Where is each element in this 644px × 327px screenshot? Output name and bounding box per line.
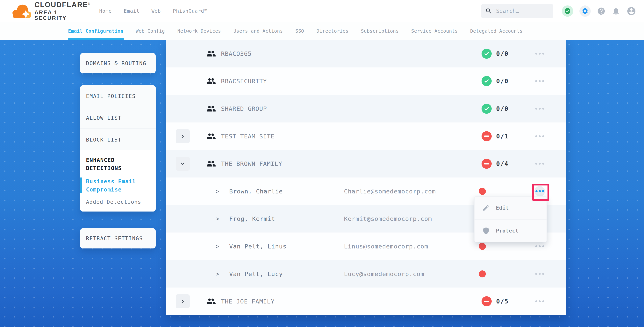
- cloudflare-logo[interactable]: CLOUDFLARE® AREA 1 SECURITY: [11, 1, 88, 21]
- member-chevron-icon: >: [216, 216, 219, 222]
- ellipsis-menu-button[interactable]: [532, 156, 547, 171]
- ellipsis-menu-button[interactable]: [532, 101, 547, 116]
- group-row: RBACO3650/0: [166, 40, 566, 67]
- group-name: RBACSECURITY: [221, 78, 267, 85]
- sidebar-item-label: RETRACT SETTINGS: [86, 235, 143, 242]
- search-icon: [485, 7, 492, 14]
- group-table: RBACO3650/0RBACSECURITY0/0SHARED_GROUP0/…: [166, 40, 566, 315]
- chevron-right-icon: [180, 299, 186, 304]
- sidebar-item-email-policies[interactable]: EMAIL POLICIES: [80, 85, 156, 107]
- brand-name: CLOUDFLARE®: [34, 1, 90, 9]
- group-row: TEST TEAM SITE0/1: [166, 122, 566, 150]
- ellipsis-menu-button[interactable]: [532, 294, 547, 309]
- sidebar-item-business-email-compromise[interactable]: Business Email Compromise: [86, 178, 150, 194]
- help-icon[interactable]: [597, 7, 606, 15]
- top-header: CLOUDFLARE® AREA 1 SECURITY HomeEmailWeb…: [0, 0, 644, 22]
- nav-item-phishguard[interactable]: PhishGuard™: [173, 8, 208, 14]
- sidebar-item-added-detections[interactable]: Added Detections: [86, 199, 150, 205]
- tab-directories[interactable]: Directories: [316, 22, 348, 40]
- section-tabs: Email ConfigurationWeb ConfigNetwork Dev…: [0, 22, 644, 40]
- people-icon: [206, 131, 216, 141]
- expander-button[interactable]: [176, 294, 190, 308]
- menu-item-protect[interactable]: Protect: [474, 220, 546, 242]
- ellipsis-menu-button[interactable]: [532, 129, 547, 144]
- sidebar-item-block-list[interactable]: BLOCK LIST: [80, 129, 156, 150]
- expander-button[interactable]: [176, 157, 190, 171]
- group-row: THE BROWN FAMILY0/4: [166, 150, 566, 178]
- ellipsis-menu-button[interactable]: [532, 73, 547, 89]
- protection-count: 0/0: [496, 77, 508, 85]
- active-item-indicator: [80, 178, 82, 193]
- group-row: RBACSECURITY0/0: [166, 67, 566, 95]
- cloudflare-cloud-icon: [11, 3, 32, 19]
- member-email: Lucy@somedemocorp.com: [344, 271, 424, 278]
- sidebar-item-enhanced-detections[interactable]: ENHANCED DETECTIONS: [86, 156, 150, 172]
- status-ok-icon: [482, 76, 492, 86]
- settings-gear-icon[interactable]: [580, 5, 591, 17]
- status-blocked-icon: [482, 296, 492, 307]
- tab-delegated-accounts[interactable]: Delegated Accounts: [470, 22, 522, 40]
- ellipsis-menu-button[interactable]: [532, 46, 547, 61]
- top-nav: HomeEmailWebPhishGuard™: [99, 8, 207, 14]
- search-input[interactable]: [496, 7, 549, 14]
- protection-count: 0/4: [496, 160, 508, 167]
- shield-icon: [482, 227, 490, 235]
- member-chevron-icon: >: [216, 188, 219, 194]
- tab-network-devices[interactable]: Network Devices: [178, 22, 221, 40]
- protection-count: 0/0: [496, 105, 508, 112]
- protection-count: 0/5: [496, 298, 508, 305]
- tab-email-configuration[interactable]: Email Configuration: [68, 22, 123, 40]
- status-unprotected-dot: [479, 188, 486, 195]
- status-ok-icon: [482, 104, 492, 114]
- member-row: >Van Pelt, LucyLucy@somedemocorp.com: [166, 260, 566, 288]
- member-email: Linus@somedemocorp.com: [344, 243, 428, 250]
- tab-users-and-actions[interactable]: Users and Actions: [234, 22, 283, 40]
- header-icons: [562, 5, 636, 17]
- status-unprotected-dot: [479, 271, 486, 278]
- menu-item-label: Protect: [496, 228, 519, 234]
- nav-item-email[interactable]: Email: [124, 8, 139, 14]
- expander-button[interactable]: [176, 129, 190, 143]
- sidebar-item-allow-list[interactable]: ALLOW LIST: [80, 107, 156, 128]
- click-target-highlight: [532, 184, 549, 201]
- people-icon: [206, 49, 216, 58]
- member-email: Charlie@somedemocorp.com: [344, 188, 436, 195]
- status-ok-icon: [482, 49, 492, 59]
- tab-service-accounts[interactable]: Service Accounts: [411, 22, 458, 40]
- group-row: THE JOE FAMILY0/5: [166, 288, 566, 315]
- member-chevron-icon: >: [216, 243, 219, 249]
- notifications-bell-icon[interactable]: [612, 7, 620, 15]
- member-name: Brown, Charlie: [229, 188, 283, 195]
- nav-item-home[interactable]: Home: [99, 8, 112, 14]
- tab-sso[interactable]: SSO: [295, 22, 304, 40]
- sidebar-card-retract-settings[interactable]: RETRACT SETTINGS: [80, 228, 156, 249]
- member-name: Van Pelt, Lucy: [229, 271, 283, 278]
- protection-count: 0/1: [496, 133, 508, 140]
- group-name: THE BROWN FAMILY: [221, 160, 282, 167]
- people-icon: [206, 297, 216, 306]
- area1-security-app: CLOUDFLARE® AREA 1 SECURITY HomeEmailWeb…: [0, 0, 644, 327]
- sidebar-card-policies: EMAIL POLICIES ALLOW LIST BLOCK LIST ENH…: [80, 85, 156, 212]
- shield-check-icon[interactable]: [562, 5, 573, 17]
- group-name: SHARED_GROUP: [221, 105, 267, 112]
- people-icon: [206, 104, 216, 113]
- people-icon: [206, 76, 216, 86]
- sidebar-card-domains-routing[interactable]: DOMAINS & ROUTING: [80, 53, 156, 73]
- nav-item-web[interactable]: Web: [151, 8, 161, 14]
- row-context-menu: Edit Protect: [474, 196, 547, 242]
- tab-web-config[interactable]: Web Config: [136, 22, 165, 40]
- chevron-right-icon: [180, 133, 186, 139]
- user-avatar-icon[interactable]: [626, 6, 636, 16]
- tab-subscriptions[interactable]: Subscriptions: [361, 22, 399, 40]
- chevron-down-icon: [180, 161, 186, 167]
- status-blocked-icon: [482, 131, 492, 141]
- content-area: DOMAINS & ROUTING EMAIL POLICIES ALLOW L…: [0, 40, 644, 327]
- sidebar-item-label: Business Email Compromise: [86, 178, 136, 193]
- member-name: Van Pelt, Linus: [229, 243, 286, 250]
- sidebar-enhanced-detections-section: ENHANCED DETECTIONS Business Email Compr…: [80, 150, 156, 212]
- group-name: RBACO365: [221, 50, 252, 57]
- ellipsis-menu-button[interactable]: [532, 266, 547, 282]
- search-bar[interactable]: [481, 4, 553, 18]
- group-name: TEST TEAM SITE: [221, 133, 274, 140]
- brand-text: CLOUDFLARE® AREA 1 SECURITY: [34, 1, 90, 21]
